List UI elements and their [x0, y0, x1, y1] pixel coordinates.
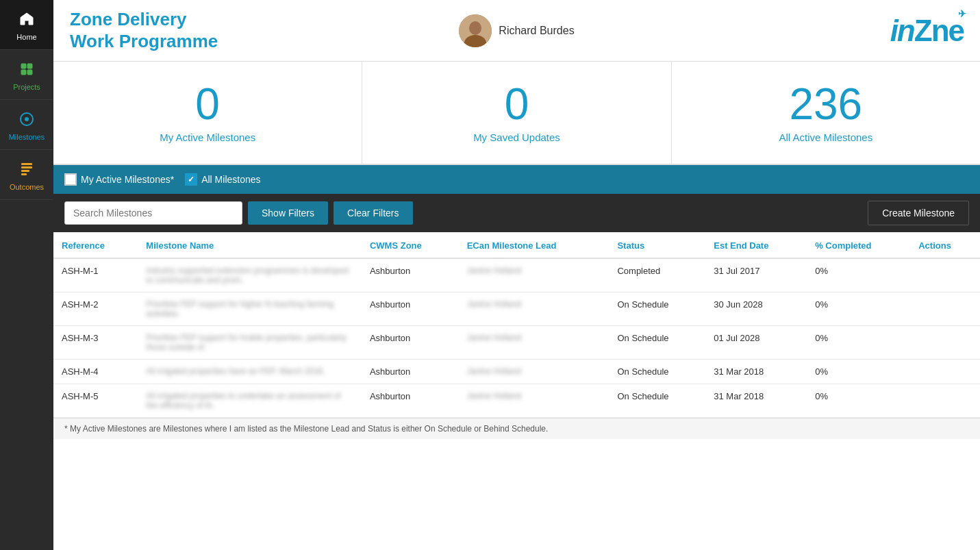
milestones-table: Reference Milestone Name CWMS Zone ECan …	[53, 232, 980, 418]
sidebar-item-outcomes[interactable]: Outcomes	[0, 150, 53, 200]
svg-rect-0	[21, 64, 26, 68]
stat-number-0: 0	[195, 82, 220, 126]
checkbox-my-active[interactable]	[64, 173, 77, 186]
sidebar-item-milestones[interactable]: Milestones	[0, 100, 53, 150]
cell-zone-2: Ashburton	[362, 326, 459, 360]
footer-note: * My Active Milestones are Milestones wh…	[53, 418, 980, 439]
stat-label-1: My Saved Updates	[473, 132, 560, 143]
cell-ref-3: ASH-M-4	[53, 360, 138, 384]
cell-pct-4: 0%	[807, 384, 910, 418]
outcomes-icon	[16, 158, 38, 180]
cell-date-2: 01 Jul 2028	[705, 326, 807, 360]
svg-rect-6	[21, 163, 32, 165]
cell-zone-3: Ashburton	[362, 360, 459, 384]
cell-pct-3: 0%	[807, 360, 910, 384]
table-row[interactable]: ASH-M-2 Prioritise FEP support for highe…	[53, 292, 980, 326]
svg-point-5	[25, 117, 29, 121]
checkbox-all-milestones-label[interactable]: All Milestones	[185, 173, 260, 186]
cell-lead-1: Janine Holland	[459, 292, 610, 326]
cell-actions-4	[910, 384, 980, 418]
user-name: Richard Burdes	[499, 25, 574, 37]
cell-zone-4: Ashburton	[362, 384, 459, 418]
cell-name-3: All irrigated properties have an FEP. Ma…	[138, 360, 362, 384]
cell-actions-3	[910, 360, 980, 384]
cell-ref-2: ASH-M-3	[53, 326, 138, 360]
stats-section: 0 My Active Milestones 0 My Saved Update…	[53, 62, 980, 165]
sidebar-label-home: Home	[16, 33, 36, 41]
cell-status-0: Completed	[609, 258, 705, 292]
cell-date-4: 31 Mar 2018	[705, 384, 807, 418]
stat-number-2: 236	[789, 82, 862, 126]
col-ecan-lead: ECan Milestone Lead	[459, 232, 610, 258]
col-status: Status	[609, 232, 705, 258]
avatar	[459, 14, 492, 47]
home-icon	[16, 8, 38, 30]
sidebar: Home Projects Milestones	[0, 0, 53, 550]
sidebar-label-projects: Projects	[13, 83, 40, 91]
svg-rect-8	[21, 170, 29, 172]
svg-rect-9	[21, 173, 27, 175]
table-wrap[interactable]: Reference Milestone Name CWMS Zone ECan …	[53, 232, 980, 550]
col-cwms-zone: CWMS Zone	[362, 232, 459, 258]
table-row[interactable]: ASH-M-3 Prioritise FEP support for Arabl…	[53, 326, 980, 360]
sidebar-label-milestones: Milestones	[9, 133, 45, 141]
cell-lead-0: Janine Holland	[459, 258, 610, 292]
cell-ref-1: ASH-M-2	[53, 292, 138, 326]
cell-pct-1: 0%	[807, 292, 910, 326]
cell-status-1: On Schedule	[609, 292, 705, 326]
table-row[interactable]: ASH-M-5 All irrigated properties to unde…	[53, 384, 980, 418]
create-milestone-button[interactable]: Create Milestone	[868, 201, 969, 225]
cell-name-2: Prioritise FEP support for Arable proper…	[138, 326, 362, 360]
checkbox-all-milestones[interactable]	[185, 173, 197, 186]
cell-pct-2: 0%	[807, 326, 910, 360]
sidebar-label-outcomes: Outcomes	[10, 183, 44, 191]
main-content: Zone Delivery Work Programme Richard Bur…	[53, 0, 980, 550]
header: Zone Delivery Work Programme Richard Bur…	[53, 0, 980, 62]
cell-zone-0: Ashburton	[362, 258, 459, 292]
cell-actions-1	[910, 292, 980, 326]
cell-status-3: On Schedule	[609, 360, 705, 384]
search-row: Show Filters Clear Filters Create Milest…	[53, 194, 980, 232]
svg-rect-3	[27, 70, 32, 75]
cell-date-3: 31 Mar 2018	[705, 360, 807, 384]
cell-date-1: 30 Jun 2028	[705, 292, 807, 326]
sidebar-item-projects[interactable]: Projects	[0, 50, 53, 100]
cell-actions-0	[910, 258, 980, 292]
cell-pct-0: 0%	[807, 258, 910, 292]
col-reference: Reference	[53, 232, 138, 258]
cell-zone-1: Ashburton	[362, 292, 459, 326]
search-input[interactable]	[64, 201, 242, 225]
cell-name-1: Prioritise FEP support for higher N leac…	[138, 292, 362, 326]
cell-status-2: On Schedule	[609, 326, 705, 360]
cell-name-0: Industry supported extension programmes …	[138, 258, 362, 292]
milestones-icon	[16, 108, 38, 130]
stat-my-active: 0 My Active Milestones	[53, 62, 362, 164]
col-pct-completed: % Completed	[807, 232, 910, 258]
sidebar-item-home[interactable]: Home	[0, 0, 53, 50]
table-toolbar: My Active Milestones* All Milestones	[53, 165, 980, 194]
stat-number-1: 0	[505, 82, 529, 126]
stat-saved-updates: 0 My Saved Updates	[362, 62, 671, 164]
stat-label-0: My Active Milestones	[160, 132, 255, 143]
svg-rect-2	[27, 64, 32, 68]
table-row[interactable]: ASH-M-4 All irrigated properties have an…	[53, 360, 980, 384]
svg-point-11	[469, 21, 481, 35]
header-title: Zone Delivery Work Programme	[70, 9, 368, 51]
table-header-row: Reference Milestone Name CWMS Zone ECan …	[53, 232, 980, 258]
checkbox-my-active-label[interactable]: My Active Milestones*	[64, 173, 174, 186]
projects-icon	[16, 58, 38, 80]
clear-filters-button[interactable]: Clear Filters	[334, 201, 412, 225]
table-row[interactable]: ASH-M-1 Industry supported extension pro…	[53, 258, 980, 292]
cell-status-4: On Schedule	[609, 384, 705, 418]
page-title: Zone Delivery Work Programme	[70, 9, 368, 51]
col-milestone-name: Milestone Name	[138, 232, 362, 258]
svg-rect-1	[21, 70, 26, 75]
cell-ref-4: ASH-M-5	[53, 384, 138, 418]
show-filters-button[interactable]: Show Filters	[248, 201, 328, 225]
cell-actions-2	[910, 326, 980, 360]
inzone-logo: inZ✈ne	[890, 14, 964, 48]
table-section: My Active Milestones* All Milestones Sho…	[53, 165, 980, 550]
svg-rect-7	[21, 166, 32, 168]
cell-lead-2: Janine Holland	[459, 326, 610, 360]
col-est-end-date: Est End Date	[705, 232, 807, 258]
